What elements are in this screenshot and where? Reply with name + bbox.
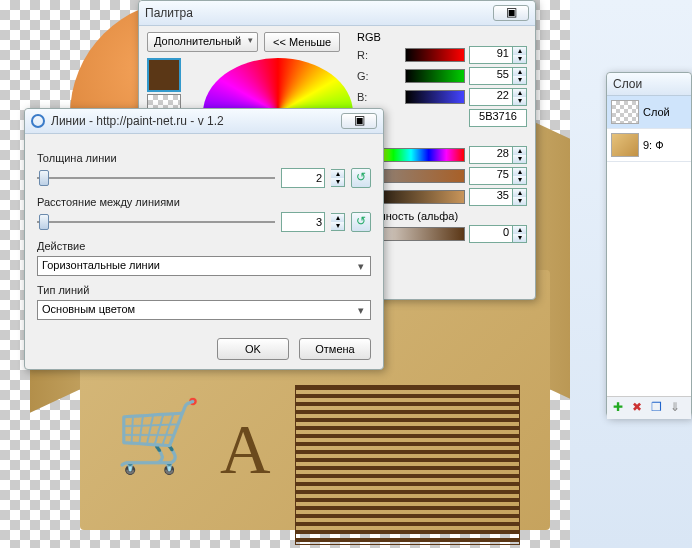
layer-name: 9: Ф — [643, 139, 664, 151]
g-label: G: — [357, 70, 405, 82]
r-stepper[interactable]: ▴▾ — [513, 46, 527, 64]
palette-less-button[interactable]: << Меньше — [264, 32, 340, 52]
lines-title: Линии - http://paint-net.ru - v 1.2 — [51, 114, 341, 128]
delete-layer-button[interactable]: ✖ — [629, 400, 645, 416]
palette-mode-combo[interactable]: Дополнительный — [147, 32, 258, 52]
type-select[interactable]: Основным цветом — [37, 300, 371, 320]
add-layer-button[interactable]: ✚ — [610, 400, 626, 416]
r-label: R: — [357, 49, 405, 61]
cart-icon: 🛒 — [115, 395, 220, 495]
layers-title: Слои — [613, 77, 685, 91]
duplicate-layer-button[interactable]: ❐ — [648, 400, 664, 416]
type-label: Тип линий — [37, 284, 371, 296]
rgb-heading: RGB — [357, 31, 527, 43]
sat-stepper[interactable]: ▴▾ — [513, 167, 527, 185]
val-stepper[interactable]: ▴▾ — [513, 188, 527, 206]
spacing-input[interactable] — [281, 212, 325, 232]
app-icon — [31, 114, 45, 128]
spacing-label: Расстояние между линиями — [37, 196, 371, 208]
hue-stepper[interactable]: ▴▾ — [513, 146, 527, 164]
b-value[interactable]: 22 — [469, 88, 513, 106]
layers-panel: Слои Слой 9: Ф ✚ ✖ ❐ ⇓ — [606, 72, 692, 417]
palette-titlebar[interactable]: Палитра ▣ — [139, 1, 535, 26]
action-label: Действие — [37, 240, 371, 252]
lines-pattern-art — [295, 385, 520, 545]
hue-value[interactable]: 28 — [469, 146, 513, 164]
spacing-stepper[interactable]: ▴▾ — [331, 213, 345, 231]
palette-title: Палитра — [145, 6, 493, 20]
thickness-stepper[interactable]: ▴▾ — [331, 169, 345, 187]
layer-row[interactable]: Слой — [607, 96, 691, 129]
lines-titlebar[interactable]: Линии - http://paint-net.ru - v 1.2 ▣ — [25, 109, 383, 134]
layer-name: Слой — [643, 106, 670, 118]
g-slider[interactable] — [405, 69, 465, 83]
alpha-stepper[interactable]: ▴▾ — [513, 225, 527, 243]
cancel-button[interactable]: Отмена — [299, 338, 371, 360]
letter-a-art: A — [220, 410, 271, 490]
spacing-reset-button[interactable]: ↺ — [351, 212, 371, 232]
alpha-value[interactable]: 0 — [469, 225, 513, 243]
thickness-label: Толщина линии — [37, 152, 371, 164]
r-slider[interactable] — [405, 48, 465, 62]
layer-row[interactable]: 9: Ф — [607, 129, 691, 162]
layer-thumb — [611, 133, 639, 157]
g-value[interactable]: 55 — [469, 67, 513, 85]
merge-layer-button[interactable]: ⇓ — [667, 400, 683, 416]
thickness-reset-button[interactable]: ↺ — [351, 168, 371, 188]
ok-button[interactable]: OK — [217, 338, 289, 360]
action-select[interactable]: Горизонтальные линии — [37, 256, 371, 276]
layer-thumb — [611, 100, 639, 124]
b-stepper[interactable]: ▴▾ — [513, 88, 527, 106]
lines-close-button[interactable]: ▣ — [341, 113, 377, 129]
thickness-input[interactable] — [281, 168, 325, 188]
thickness-slider[interactable] — [37, 168, 275, 188]
g-stepper[interactable]: ▴▾ — [513, 67, 527, 85]
lines-dialog: Линии - http://paint-net.ru - v 1.2 ▣ То… — [24, 108, 384, 370]
val-value[interactable]: 35 — [469, 188, 513, 206]
hex-value[interactable]: 5B3716 — [469, 109, 527, 127]
layers-titlebar[interactable]: Слои — [607, 73, 691, 96]
sat-value[interactable]: 75 — [469, 167, 513, 185]
r-value[interactable]: 91 — [469, 46, 513, 64]
b-slider[interactable] — [405, 90, 465, 104]
palette-close-button[interactable]: ▣ — [493, 5, 529, 21]
spacing-slider[interactable] — [37, 212, 275, 232]
primary-color-swatch[interactable] — [147, 58, 181, 92]
b-label: B: — [357, 91, 405, 103]
